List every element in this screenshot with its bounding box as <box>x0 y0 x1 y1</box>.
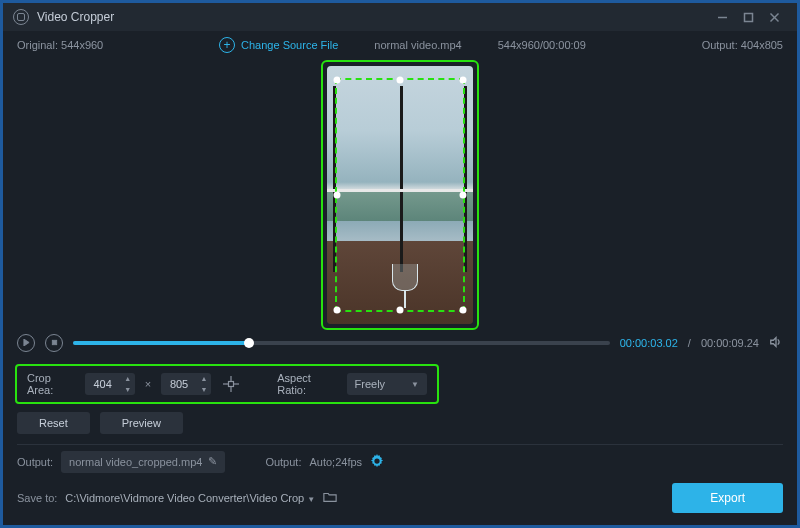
save-path-field[interactable]: C:\Vidmore\Vidmore Video Converter\Video… <box>65 492 315 504</box>
play-button[interactable] <box>17 334 35 352</box>
plus-circle-icon: + <box>219 37 235 53</box>
edit-icon[interactable]: ✎ <box>208 455 217 468</box>
settings-gear-icon[interactable] <box>370 454 384 470</box>
height-up[interactable]: ▲ <box>197 373 211 384</box>
save-path: C:\Vidmore\Vidmore Video Converter\Video… <box>65 492 304 504</box>
crop-height-field[interactable]: ▲▼ <box>161 373 211 395</box>
multiply-icon: × <box>145 378 151 390</box>
output-value: 404x805 <box>741 39 783 51</box>
svg-rect-11 <box>229 382 234 387</box>
crop-controls-highlight: Crop Area: ▲▼ × ▲▼ Aspect Ratio: Freely … <box>15 364 439 404</box>
preview-area <box>3 60 797 330</box>
app-title: Video Cropper <box>37 10 114 24</box>
seek-thumb[interactable] <box>244 338 254 348</box>
stop-button[interactable] <box>45 334 63 352</box>
svg-marker-6 <box>771 337 776 346</box>
time-current: 00:00:03.02 <box>620 337 678 349</box>
aspect-ratio-select[interactable]: Freely ▼ <box>347 373 427 395</box>
width-down[interactable]: ▼ <box>121 384 135 395</box>
center-crop-button[interactable] <box>221 373 241 395</box>
change-source-label: Change Source File <box>241 39 338 51</box>
maximize-button[interactable] <box>735 4 761 30</box>
infobar: Original: 544x960 + Change Source File n… <box>3 31 797 59</box>
volume-icon[interactable] <box>769 335 783 351</box>
crop-height-input[interactable] <box>161 378 197 390</box>
open-folder-button[interactable] <box>323 489 337 507</box>
source-meta: 544x960/00:00:09 <box>498 39 586 51</box>
time-duration: 00:00:09.24 <box>701 337 759 349</box>
video-frame[interactable] <box>327 66 473 324</box>
aspect-ratio-value: Freely <box>355 378 386 390</box>
original-label: Original: <box>17 39 58 51</box>
bottom-bar: Save to: C:\Vidmore\Vidmore Video Conver… <box>3 479 797 525</box>
titlebar: Video Cropper <box>3 3 797 31</box>
output-settings-value: Auto;24fps <box>309 456 362 468</box>
action-buttons: Reset Preview <box>3 404 797 444</box>
app-window: Video Cropper Original: 544x960 + Change… <box>0 0 800 528</box>
original-value: 544x960 <box>61 39 103 51</box>
width-up[interactable]: ▲ <box>121 373 135 384</box>
source-filename: normal video.mp4 <box>374 39 461 51</box>
time-separator: / <box>688 337 691 349</box>
output-file-label: Output: <box>17 456 53 468</box>
preview-highlight <box>321 60 479 330</box>
seek-bar[interactable] <box>73 341 610 345</box>
height-down[interactable]: ▼ <box>197 384 211 395</box>
output-row: Output: normal video_cropped.mp4 ✎ Outpu… <box>3 445 797 479</box>
crop-width-field[interactable]: ▲▼ <box>85 373 135 395</box>
svg-rect-1 <box>744 13 752 21</box>
close-button[interactable] <box>761 4 787 30</box>
reset-button[interactable]: Reset <box>17 412 90 434</box>
caret-down-icon: ▼ <box>411 380 419 389</box>
svg-marker-4 <box>23 339 28 346</box>
change-source-button[interactable]: + Change Source File <box>219 37 338 53</box>
export-button[interactable]: Export <box>672 483 783 513</box>
save-to-label: Save to: <box>17 492 57 504</box>
output-settings-label: Output: <box>265 456 301 468</box>
output-filename-field[interactable]: normal video_cropped.mp4 ✎ <box>61 451 225 473</box>
crop-width-input[interactable] <box>85 378 121 390</box>
crop-area-label: Crop Area: <box>27 372 75 396</box>
playback-bar: 00:00:03.02/00:00:09.24 <box>3 330 797 356</box>
app-logo-icon <box>13 9 29 25</box>
svg-rect-5 <box>52 341 56 345</box>
aspect-ratio-label: Aspect Ratio: <box>277 372 336 396</box>
minimize-button[interactable] <box>709 4 735 30</box>
output-label: Output: <box>702 39 738 51</box>
preview-button[interactable]: Preview <box>100 412 183 434</box>
output-filename: normal video_cropped.mp4 <box>69 456 202 468</box>
path-caret-icon: ▼ <box>307 495 315 504</box>
